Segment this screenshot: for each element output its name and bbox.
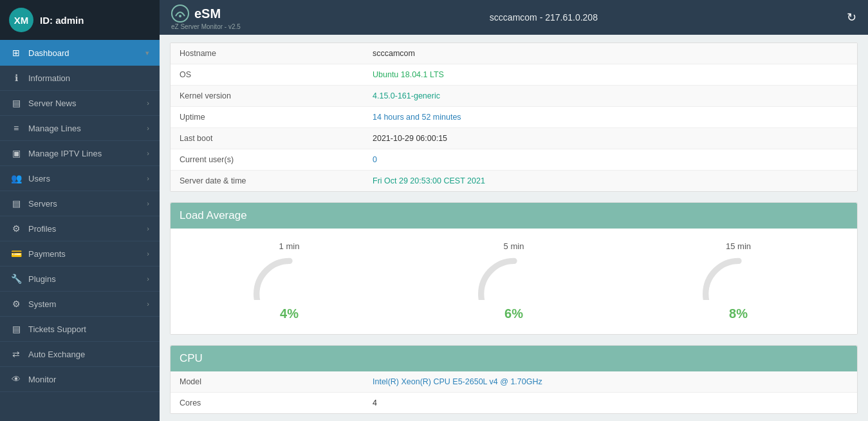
sidebar-item-users[interactable]: 👥 Users › [0, 166, 160, 191]
info-table: Hostname scccamcom OS Ubuntu 18.04.1 LTS… [170, 42, 858, 192]
sidebar-item-plugins[interactable]: 🔧 Plugins › [0, 267, 160, 292]
system-icon: ⚙ [10, 299, 22, 309]
info-value: Ubuntu 18.04.1 LTS [364, 64, 857, 85]
sidebar-item-servers[interactable]: ▤ Servers › [0, 191, 160, 216]
gauge-label: 5 min [504, 241, 524, 251]
load-average-header: Load Average [171, 203, 857, 229]
info-value: 14 hours and 52 minutes [364, 107, 857, 127]
topbar-left: eSM eZ Server Monitor - v2.5 [171, 5, 241, 30]
info-label: Server date & time [171, 171, 364, 191]
gauge-item: 5 min 6% [472, 241, 556, 321]
info-label: Hostname [171, 43, 364, 64]
gauge-item: 1 min 4% [248, 241, 331, 321]
brand-name: eSM [194, 6, 221, 21]
info-label: OS [171, 64, 364, 85]
gauge-container [697, 255, 780, 300]
info-row: Last boot 2021-10-29 06:00:15 [171, 128, 857, 149]
info-row: Uptime 14 hours and 52 minutes [171, 107, 857, 128]
dashboard-icon: ⊞ [10, 48, 22, 58]
topbar-brand: eSM [171, 5, 241, 23]
chevron-right-icon: › [147, 250, 149, 257]
sidebar-item-label-monitor: Monitor [28, 375, 56, 384]
info-label: Last boot [171, 128, 364, 149]
svg-point-2 [172, 5, 189, 22]
info-label: Current user(s) [171, 149, 364, 170]
sidebar-item-label-servers: Servers [28, 199, 57, 209]
cpu-label: Model [171, 371, 364, 392]
manage-lines-icon: ≡ [10, 123, 22, 133]
topbar: eSM eZ Server Monitor - v2.5 scccamcom -… [160, 0, 868, 35]
info-row: OS Ubuntu 18.04.1 LTS [171, 64, 857, 86]
cpu-table: Model Intel(R) Xeon(R) CPU E5-2650L v4 @… [171, 371, 857, 413]
sidebar-item-tickets[interactable]: ▤ Tickets Support [0, 317, 160, 342]
gauge-label: 15 min [726, 241, 751, 251]
gauge-svg [697, 255, 780, 300]
sidebar: XM ID: admin ⊞ Dashboard ▾ ℹ Information… [0, 0, 160, 421]
sidebar-item-information[interactable]: ℹ Information [0, 66, 160, 91]
info-row: Kernel version 4.15.0-161-generic [171, 86, 857, 107]
svg-text:XM: XM [14, 15, 29, 26]
content-area: Hostname scccamcom OS Ubuntu 18.04.1 LTS… [160, 35, 868, 421]
sidebar-header: XM ID: admin [0, 0, 160, 40]
sidebar-item-label-profiles: Profiles [28, 224, 56, 234]
sidebar-item-server-news[interactable]: ▤ Server News › [0, 91, 160, 116]
sidebar-item-auto-exchange[interactable]: ⇄ Auto Exchange [0, 342, 160, 367]
sidebar-item-dashboard[interactable]: ⊞ Dashboard ▾ [0, 40, 160, 66]
chevron-down-icon: ▾ [145, 49, 149, 57]
xm-logo: XM [9, 8, 33, 32]
brand-icon [171, 5, 189, 23]
monitor-icon: 👁 [10, 374, 22, 384]
tickets-icon: ▤ [10, 324, 22, 334]
info-value: 0 [364, 149, 857, 170]
gauge-label: 1 min [279, 241, 300, 251]
chevron-right-icon: › [147, 275, 149, 283]
servers-icon: ▤ [10, 198, 22, 209]
payments-icon: 💳 [10, 248, 22, 259]
info-value: 2021-10-29 06:00:15 [364, 128, 857, 149]
sidebar-item-payments[interactable]: 💳 Payments › [0, 241, 160, 267]
topbar-server: scccamcom - 217.61.0.208 [490, 12, 598, 23]
server-news-icon: ▤ [10, 98, 22, 108]
sidebar-item-label-users: Users [28, 174, 50, 183]
plugins-icon: 🔧 [10, 274, 22, 284]
profiles-icon: ⚙ [10, 223, 22, 234]
auto-exchange-icon: ⇄ [10, 349, 22, 359]
sidebar-item-manage-iptv[interactable]: ▣ Manage IPTV Lines › [0, 141, 160, 166]
sidebar-item-system[interactable]: ⚙ System › [0, 292, 160, 317]
gauge-container [472, 255, 556, 300]
chevron-right-icon: › [147, 174, 149, 182]
gauge-percent: 6% [504, 306, 523, 321]
information-icon: ℹ [10, 73, 22, 83]
info-row: Server date & time Fri Oct 29 20:53:00 C… [171, 171, 857, 191]
sidebar-item-label-auto-exchange: Auto Exchange [28, 350, 85, 359]
gauges-row: 1 min 4% 5 min 6% 15 min 8% [171, 229, 857, 334]
refresh-button[interactable]: ↻ [847, 10, 856, 24]
sidebar-item-label-system: System [28, 299, 56, 309]
info-label: Uptime [171, 107, 364, 127]
svg-point-3 [179, 15, 181, 17]
sidebar-item-label-plugins: Plugins [28, 274, 56, 284]
cpu-header: CPU [171, 346, 857, 371]
gauge-svg [472, 255, 556, 300]
cpu-label: Cores [171, 393, 364, 413]
chevron-right-icon: › [147, 300, 149, 308]
chevron-right-icon: › [147, 99, 149, 107]
gauge-svg [248, 255, 331, 300]
info-row: Hostname scccamcom [171, 43, 857, 64]
sidebar-item-label-manage-lines: Manage Lines [28, 124, 81, 133]
chevron-right-icon: › [147, 149, 149, 157]
cpu-value: 4 [364, 393, 857, 413]
chevron-right-icon: › [147, 225, 149, 232]
info-value: 4.15.0-161-generic [364, 86, 857, 106]
manage-iptv-icon: ▣ [10, 148, 22, 158]
sidebar-item-label-dashboard: Dashboard [28, 48, 69, 58]
info-label: Kernel version [171, 86, 364, 106]
sidebar-item-monitor[interactable]: 👁 Monitor [0, 367, 160, 392]
cpu-section: CPU Model Intel(R) Xeon(R) CPU E5-2650L … [170, 345, 858, 414]
chevron-right-icon: › [147, 124, 149, 132]
sidebar-item-label-server-news: Server News [28, 98, 76, 108]
info-value: scccamcom [364, 43, 857, 64]
sidebar-item-profiles[interactable]: ⚙ Profiles › [0, 216, 160, 241]
sidebar-item-manage-lines[interactable]: ≡ Manage Lines › [0, 116, 160, 141]
cpu-row: Cores 4 [171, 393, 857, 413]
